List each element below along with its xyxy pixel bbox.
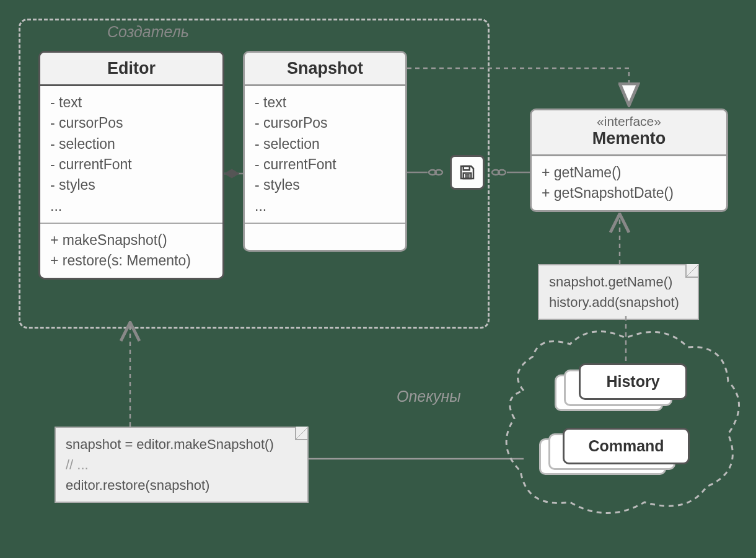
- class-ops: [245, 224, 405, 250]
- op: + makeSnapshot(): [50, 230, 213, 250]
- attr: ...: [50, 196, 213, 216]
- class-title: Editor: [40, 53, 222, 86]
- class-attrs: - text - cursorPos - selection - current…: [245, 86, 405, 224]
- attr: - text: [255, 92, 395, 113]
- svg-rect-0: [464, 166, 470, 170]
- class-ops: + makeSnapshot() + restore(s: Memento): [40, 224, 222, 278]
- note-ear-icon: [685, 264, 699, 278]
- attr: - cursorPos: [50, 113, 213, 133]
- class-title: «interface» Memento: [532, 110, 726, 156]
- save-icon: [450, 155, 485, 190]
- history-box: History: [579, 363, 687, 400]
- uml-class-editor: Editor - text - cursorPos - selection - …: [38, 51, 224, 280]
- attr: - currentFont: [50, 154, 213, 175]
- attr: - selection: [255, 134, 395, 154]
- note-line: history.add(snapshot): [549, 292, 688, 312]
- op: + getName(): [542, 162, 716, 183]
- attr: - currentFont: [255, 154, 395, 175]
- attr: - cursorPos: [255, 113, 395, 133]
- attr: - selection: [50, 134, 213, 154]
- caretakers-label: Опекуны: [397, 388, 461, 405]
- op: + restore(s: Memento): [50, 250, 213, 271]
- svg-point-9: [498, 170, 506, 175]
- attr: - styles: [50, 175, 213, 195]
- svg-point-8: [492, 170, 499, 175]
- note-line: snapshot = editor.makeSnapshot(): [66, 434, 297, 454]
- note-editor-usage: snapshot = editor.makeSnapshot() // ... …: [55, 427, 309, 503]
- class-attrs: - text - cursorPos - selection - current…: [40, 86, 222, 224]
- attr: ...: [255, 196, 395, 216]
- class-ops: + getName() + getSnapshotDate(): [532, 156, 726, 210]
- command-box: Command: [563, 428, 690, 464]
- note-line: // ...: [66, 454, 297, 475]
- note-ear-icon: [295, 427, 309, 440]
- class-title: Snapshot: [245, 53, 405, 86]
- uml-class-snapshot: Snapshot - text - cursorPos - selection …: [243, 51, 407, 252]
- originator-label: Создатель: [107, 23, 189, 41]
- stereotype: «interface»: [537, 114, 721, 129]
- attr: - styles: [255, 175, 395, 195]
- op: + getSnapshotDate(): [542, 183, 716, 203]
- attr: - text: [50, 92, 213, 113]
- note-line: snapshot.getName(): [549, 272, 688, 292]
- uml-interface-memento: «interface» Memento + getName() + getSna…: [530, 108, 728, 212]
- note-history-usage: snapshot.getName() history.add(snapshot): [538, 264, 699, 320]
- note-line: editor.restore(snapshot): [66, 475, 297, 495]
- class-name: Memento: [537, 129, 721, 148]
